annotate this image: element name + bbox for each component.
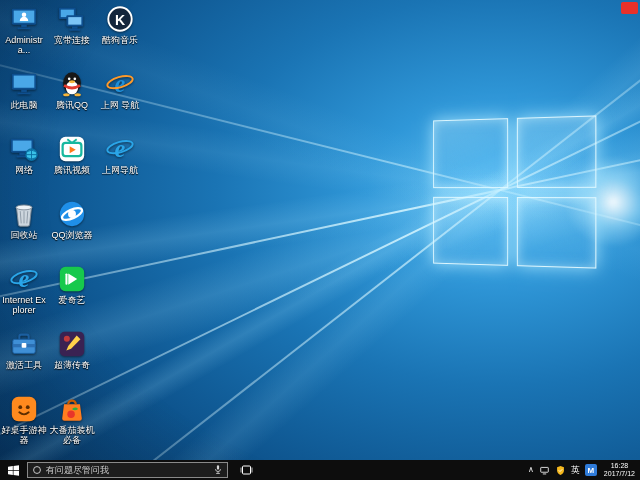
this-pc-icon: [9, 69, 39, 99]
ime-language-indicator[interactable]: 英: [571, 464, 580, 477]
task-view-button[interactable]: [235, 460, 257, 480]
desktop-icon-kugou-music[interactable]: K 酷狗音乐: [96, 4, 144, 69]
icon-label: 酷狗音乐: [97, 35, 144, 45]
haozhuo-game-tool-icon: [9, 394, 39, 424]
icon-label: 宽带连接: [49, 35, 96, 45]
desktop-icon-administrator-files[interactable]: Administra...: [0, 4, 48, 69]
tencent-video-icon: [57, 134, 87, 164]
security-tray-icon[interactable]: [555, 465, 566, 476]
icon-label: 超薄传奇: [49, 360, 96, 370]
desktop-icon-broadband-connection[interactable]: 宽带连接: [48, 4, 96, 69]
clock-time: 16:28: [604, 462, 635, 470]
icon-label: 好桌手游神器: [1, 425, 48, 445]
svg-text:e: e: [19, 265, 30, 292]
desktop-icon-grid: Administra... 此电脑 网络 回收站 e Internet Expl…: [0, 4, 144, 459]
icon-label: 腾讯视频: [49, 165, 96, 175]
icon-label: QQ浏览器: [49, 230, 96, 240]
taskbar-search[interactable]: 有问题尽管问我: [27, 462, 228, 478]
recycle-bin-icon: [9, 199, 39, 229]
icon-label: 网络: [1, 165, 48, 175]
icon-label: 上网 导航: [97, 100, 144, 110]
kugou-music-icon: K: [105, 4, 135, 34]
network-tray-icon[interactable]: [539, 465, 550, 476]
start-button[interactable]: [0, 460, 26, 480]
cortana-icon: [32, 465, 42, 475]
desktop-icon-web-navigation-1[interactable]: e 上网 导航: [96, 69, 144, 134]
desktop-icon-tencent-qq[interactable]: 腾讯QQ: [48, 69, 96, 134]
windows-logo-window: [433, 115, 596, 268]
tencent-qq-icon: [57, 69, 87, 99]
desktop-icon-network[interactable]: 网络: [0, 134, 48, 199]
icon-label: 上网导航: [97, 165, 144, 175]
icon-label: 回收站: [1, 230, 48, 240]
desktop-icon-recycle-bin[interactable]: 回收站: [0, 199, 48, 264]
icon-label: Internet Explorer: [1, 295, 48, 315]
search-placeholder: 有问题尽管问我: [46, 464, 209, 477]
icon-label: 大番茄装机必备: [49, 425, 96, 445]
desktop-icon-this-pc[interactable]: 此电脑: [0, 69, 48, 134]
m-app-tray-icon[interactable]: M: [585, 464, 597, 476]
svg-text:e: e: [115, 135, 126, 162]
icon-label: 爱奇艺: [49, 295, 96, 305]
desktop-icon-haozhuo-game-tool[interactable]: 好桌手游神器: [0, 394, 48, 459]
taskbar: 有问题尽管问我 ∧ 英 M 16:28 2017/7/12: [0, 460, 640, 480]
microphone-icon[interactable]: [213, 464, 223, 476]
desktop-icon-activation-tool[interactable]: 激活工具: [0, 329, 48, 394]
windows-logo-icon: [8, 465, 19, 476]
desktop-icon-dafanqie-bundle[interactable]: 大番茄装机必备: [48, 394, 96, 459]
administrator-files-icon: [9, 4, 39, 34]
icon-label: 激活工具: [1, 360, 48, 370]
web-navigation-1-icon: e: [105, 69, 135, 99]
qq-browser-icon: [57, 199, 87, 229]
red-watermark-badge: [621, 2, 638, 14]
clock[interactable]: 16:28 2017/7/12: [602, 462, 637, 478]
broadband-connection-icon: [57, 4, 87, 34]
icon-label: Administra...: [1, 35, 48, 55]
desktop-icon-iqiyi[interactable]: 爱奇艺: [48, 264, 96, 329]
desktop-icon-internet-explorer[interactable]: e Internet Explorer: [0, 264, 48, 329]
svg-text:K: K: [115, 12, 126, 28]
network-icon: [9, 134, 39, 164]
task-view-icon: [240, 464, 253, 476]
svg-text:e: e: [115, 70, 126, 97]
dafanqie-bundle-icon: [57, 394, 87, 424]
desktop-icon-tencent-video[interactable]: 腾讯视频: [48, 134, 96, 199]
activation-tool-icon: [9, 329, 39, 359]
web-navigation-2-icon: e: [105, 134, 135, 164]
desktop-icon-qq-browser[interactable]: QQ浏览器: [48, 199, 96, 264]
desktop-icon-chuanqi-game[interactable]: 超薄传奇: [48, 329, 96, 394]
chuanqi-game-icon: [57, 329, 87, 359]
desktop-icon-web-navigation-2[interactable]: e 上网导航: [96, 134, 144, 199]
hidden-icons-chevron[interactable]: ∧: [528, 465, 534, 474]
internet-explorer-icon: e: [9, 264, 39, 294]
iqiyi-icon: [57, 264, 87, 294]
icon-label: 此电脑: [1, 100, 48, 110]
clock-date: 2017/7/12: [604, 470, 635, 478]
system-tray: ∧ 英 M 16:28 2017/7/12: [528, 460, 640, 480]
icon-label: 腾讯QQ: [49, 100, 96, 110]
